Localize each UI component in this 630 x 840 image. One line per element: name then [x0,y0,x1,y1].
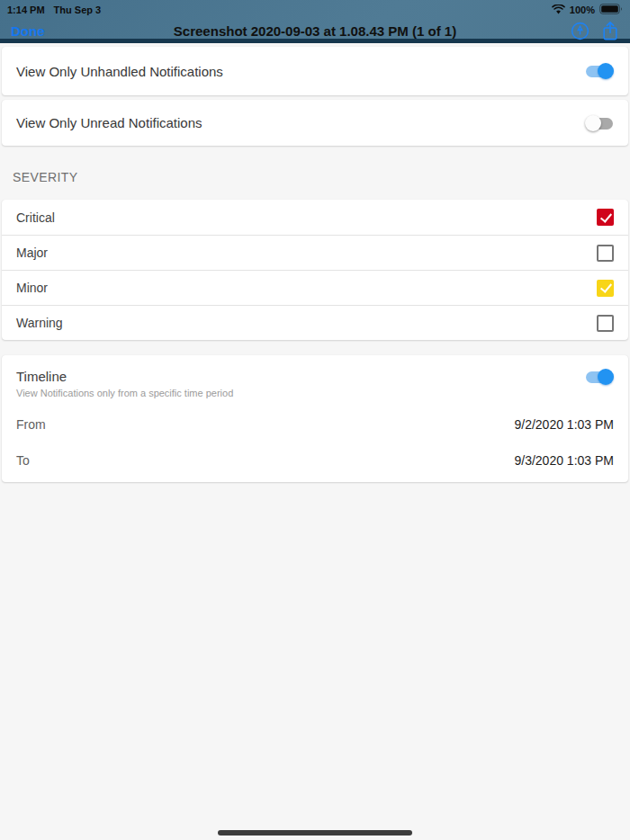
critical-checkbox[interactable] [597,209,614,226]
unhandled-filter-card: View Only Unhandled Notifications [2,47,628,95]
unhandled-filter-label: View Only Unhandled Notifications [16,64,223,79]
home-indicator[interactable] [218,830,412,836]
page-title: Screenshot 2020-09-03 at 1.08.43 PM (1 o… [174,23,456,39]
severity-row-major[interactable]: Major [2,235,628,270]
unread-filter-card: View Only Unread Notifications [2,100,628,146]
timeline-toggle[interactable] [585,369,614,385]
markup-icon[interactable] [571,22,590,40]
unread-filter-row: View Only Unread Notifications [2,100,628,146]
severity-row-critical[interactable]: Critical [2,200,628,235]
severity-row-minor[interactable]: Minor [2,270,628,305]
unhandled-toggle[interactable] [585,63,614,79]
timeline-title: Timeline [16,369,233,384]
minor-checkbox[interactable] [597,280,614,297]
to-label: To [16,453,30,468]
severity-label-warning: Warning [16,316,63,330]
status-bar: 1:14 PM Thu Sep 3 100% [0,0,630,18]
severity-label-critical: Critical [16,210,55,225]
severity-card: Critical Major Minor Warning [2,200,628,340]
battery-percent: 100% [570,4,595,15]
unread-filter-label: View Only Unread Notifications [16,115,202,130]
timeline-header-row: Timeline View Notifications only from a … [2,355,628,407]
timeline-card: Timeline View Notifications only from a … [2,355,628,482]
from-label: From [16,417,46,432]
top-bar: 1:14 PM Thu Sep 3 100% Done S [0,0,630,43]
severity-label-minor: Minor [16,281,48,295]
date: Thu Sep 3 [54,4,102,15]
timeline-from-row[interactable]: From 9/2/2020 1:03 PM [2,407,628,442]
nav-bar: Done Screenshot 2020-09-03 at 1.08.43 PM… [0,18,630,43]
to-value[interactable]: 9/3/2020 1:03 PM [514,453,614,468]
timeline-to-row[interactable]: To 9/3/2020 1:03 PM [2,442,628,478]
from-value[interactable]: 9/2/2020 1:03 PM [514,417,614,432]
unread-toggle[interactable] [585,115,614,131]
clock: 1:14 PM [7,4,45,15]
timeline-subtitle: View Notifications only from a specific … [16,388,233,398]
warning-checkbox[interactable] [597,315,614,332]
severity-section-header: SEVERITY [0,146,630,200]
major-checkbox[interactable] [597,245,614,262]
battery-icon [599,4,623,16]
wifi-icon [552,4,565,16]
severity-label-major: Major [16,246,48,260]
done-button[interactable]: Done [11,23,45,39]
severity-row-warning[interactable]: Warning [2,305,628,340]
share-icon[interactable] [601,21,619,41]
unhandled-filter-row: View Only Unhandled Notifications [2,47,628,95]
